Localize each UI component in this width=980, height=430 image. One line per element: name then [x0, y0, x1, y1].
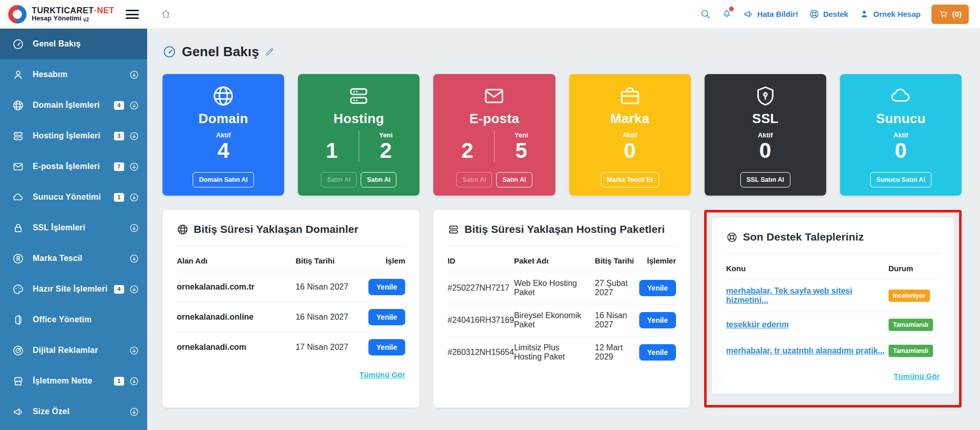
table-row: teşekkür ederim Tamamlandı: [726, 312, 940, 338]
cart-icon: [939, 9, 948, 19]
target-icon: [12, 345, 24, 356]
panel-title: Son Destek Talepleriniz: [743, 231, 864, 243]
circle-arrow-down-icon[interactable]: [129, 131, 139, 141]
table-row: #240416RH37169 Bireysel Ekonomik Paket 1…: [448, 304, 676, 337]
circle-arrow-down-icon[interactable]: [129, 254, 139, 264]
renew-button[interactable]: Yenile: [368, 339, 405, 355]
support-requests-panel: Son Destek Talepleriniz Konu Durum merha…: [712, 218, 954, 394]
expiry-date: 16 Nisan 2027: [595, 304, 639, 337]
user-icon: [859, 9, 870, 19]
domain-name: ornekalanadi.com: [177, 332, 295, 363]
home-icon[interactable]: [160, 9, 171, 19]
expiry-date: 17 Nisan 2027: [295, 332, 366, 363]
hamburger-menu-icon[interactable]: [126, 8, 139, 21]
buy-ssl-button[interactable]: SSL Satın Al: [740, 172, 790, 187]
stat-value: 0: [895, 139, 906, 162]
brand-text: TURKTICARET·NET Hesap Yönetimi v2: [32, 6, 114, 23]
globe-icon: [12, 100, 24, 111]
sidebar-item-ssl-islemleri[interactable]: SSL İşlemleri: [0, 212, 147, 243]
megaphone-icon: [12, 406, 24, 418]
see-all-tickets-link[interactable]: Tümünü Gör: [894, 372, 940, 380]
edit-pencil-icon[interactable]: [265, 47, 274, 57]
summary-card-hosting: Hosting 1 Yeni2 Satın Al Satın Al: [298, 74, 419, 196]
buy-eposta-button[interactable]: Satın Al: [496, 172, 532, 187]
table-row: ornekalanadi.com.tr 16 Nisan 2027 Yenile: [177, 272, 405, 302]
count-badge: 1: [114, 377, 124, 386]
ticket-subject-link[interactable]: teşekkür ederim: [726, 320, 789, 329]
marka-tescil-button[interactable]: Marka Tescil Et: [601, 172, 659, 187]
expiry-date: 12 Mart 2029: [595, 337, 639, 369]
sidebar-item-dijital-reklamlar[interactable]: Dijital Reklamlar: [0, 335, 147, 366]
search-icon[interactable]: [700, 9, 711, 19]
stat-value: 4: [217, 139, 229, 162]
notifications-bell[interactable]: [721, 8, 732, 20]
sidebar-item-eposta-islemleri[interactable]: E-posta İşlemleri 7: [0, 151, 147, 182]
summary-card-sunucu: Sunucu Aktif0 Sunucu Satın Al: [840, 74, 962, 196]
sidebar-item-isletmem-nette[interactable]: İşletmem Nette 1: [0, 366, 147, 396]
summary-card-eposta: E-posta 2 Yeni5 Satın Al Satın Al: [433, 74, 555, 196]
sidebar-item-genel-bakis[interactable]: Genel Bakış: [0, 29, 147, 59]
brand-name: TURKTICARET: [32, 6, 94, 15]
summary-card-marka: Marka Aktif0 Marka Tescil Et: [569, 74, 691, 196]
table-row: merhabalar, Tek sayfa web sitesi hizmeti…: [726, 280, 940, 312]
notification-dot: [729, 7, 734, 11]
circle-arrow-down-icon[interactable]: [129, 284, 139, 294]
circle-arrow-down-icon[interactable]: [129, 223, 139, 233]
ticket-subject-link[interactable]: merhabalar, tr uzatntılı alanadımı prati…: [726, 346, 884, 355]
buy-domain-button[interactable]: Domain Satın Al: [193, 172, 253, 187]
renew-button[interactable]: Yenile: [368, 279, 405, 295]
renew-button[interactable]: Yenile: [639, 312, 676, 328]
sidebar-item-marka-tescil[interactable]: Marka Tescil: [0, 243, 147, 274]
expiry-date: 27 Şubat 2027: [595, 272, 639, 304]
domain-name: ornekalanadi.com.tr: [177, 272, 295, 302]
circle-arrow-down-icon[interactable]: [129, 407, 139, 417]
sidebar-item-office-yonetim[interactable]: Office Yönetim: [0, 304, 147, 335]
circle-arrow-down-icon[interactable]: [129, 346, 139, 355]
sidebar-item-size-ozel[interactable]: Size Özel: [0, 396, 147, 427]
package-name: Web Eko Hosting Paket: [514, 272, 595, 304]
buy-hosting-button-disabled[interactable]: Satın Al: [321, 172, 357, 187]
account-menu[interactable]: Ornek Hesap: [859, 9, 921, 19]
briefcase-icon: [618, 84, 642, 108]
table-row: #250227NH7217 Web Eko Hosting Paket 27 Ş…: [448, 272, 676, 304]
ticket-subject-link[interactable]: merhabalar, Tek sayfa web sitesi hizmeti…: [726, 286, 852, 304]
circle-arrow-down-icon[interactable]: [129, 376, 139, 386]
palette-icon: [12, 283, 24, 295]
support-link[interactable]: Destek: [809, 9, 848, 19]
renew-button[interactable]: Yenile: [639, 280, 676, 296]
circle-arrow-down-icon[interactable]: [129, 101, 139, 110]
count-badge: 7: [114, 162, 124, 171]
renew-button[interactable]: Yenile: [639, 344, 676, 361]
office-icon: [12, 314, 24, 326]
cart-button[interactable]: (0): [931, 5, 969, 24]
circle-arrow-down-icon[interactable]: [129, 70, 139, 80]
circle-arrow-down-icon[interactable]: [129, 193, 139, 202]
sidebar-item-hazir-site-islemleri[interactable]: Hazır Site İşlemleri 4: [0, 274, 147, 304]
buy-eposta-button-disabled[interactable]: Satın Al: [456, 172, 492, 187]
gauge-icon: [162, 45, 176, 59]
report-error-link[interactable]: Hata Bildir!: [743, 9, 798, 19]
buy-hosting-button[interactable]: Satın Al: [361, 172, 396, 187]
see-all-domains-link[interactable]: Tümünü Gör: [359, 370, 405, 379]
expiry-date: 16 Nisan 2027: [295, 272, 366, 302]
stat-value: 5: [516, 139, 527, 162]
stat-value: 1: [326, 139, 338, 162]
sidebar-item-domain-islemleri[interactable]: Domain İşlemleri 4: [0, 90, 147, 121]
domain-name: ornekalanadi.online: [177, 302, 295, 332]
sidebar-item-hosting-islemleri[interactable]: Hosting İşlemleri 3: [0, 121, 147, 151]
buy-sunucu-button[interactable]: Sunucu Satın Al: [870, 172, 931, 187]
sidebar-item-sunucu-yonetimi[interactable]: Sunucu Yönetimi 1: [0, 182, 147, 212]
stat-value: 2: [380, 139, 391, 162]
globe-icon: [212, 84, 235, 108]
server-icon: [448, 224, 459, 235]
circle-arrow-down-icon[interactable]: [129, 162, 139, 172]
renew-button[interactable]: Yenile: [368, 309, 405, 325]
lock-icon: [12, 222, 24, 234]
status-badge: Tamamlandı: [889, 319, 933, 331]
package-id: #240416RH37169: [448, 304, 514, 337]
sidebar-item-hesabim[interactable]: Hesabım: [0, 59, 147, 90]
lifebuoy-icon: [726, 231, 738, 243]
panel-title: Bitiş Süresi Yaklaşan Hosting Paketleri: [464, 223, 665, 235]
support-requests-table: Konu Durum merhabalar, Tek sayfa web sit…: [726, 256, 940, 364]
server-icon: [347, 84, 370, 108]
